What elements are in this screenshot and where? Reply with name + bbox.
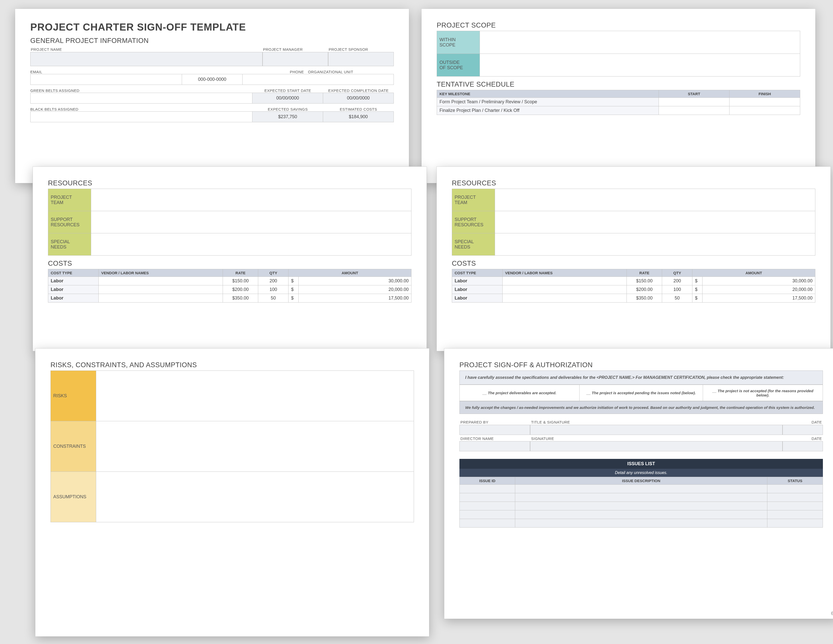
field-green-belts[interactable] [31,93,252,103]
field-special-needs[interactable] [91,233,412,256]
label-exp-savings: EXPECTED SAVINGS [252,107,323,111]
label-prepared-by: PREPARED BY [460,419,530,425]
field-within-scope[interactable] [480,31,800,54]
section-schedule-heading: TENTATIVE SCHEDULE [437,80,800,89]
field-phone[interactable]: 000-000-0000 [182,74,243,85]
field-project-team[interactable] [91,189,412,211]
label-special-needs: SPECIAL NEEDS [48,233,91,256]
page-1-charter: PROJECT CHARTER SIGN-OFF TEMPLATE GENERA… [15,9,409,183]
label-project-manager: PROJECT MANAGER [262,46,328,52]
label-project-team: PROJECT TEAM [452,189,495,211]
table-costs: COST TYPE VENDOR / LABOR NAMES RATE QTY … [452,269,815,303]
col-schedule-start: START [659,90,730,98]
label-support-resources: SUPPORT RESOURCES [452,211,495,233]
field-exp-start[interactable]: 00/00/0000 [252,93,323,103]
field-prepared-by[interactable] [460,425,530,435]
col-cost-qty: QTY [258,269,288,277]
field-project-manager[interactable] [262,52,328,66]
label-project-name: PROJECT NAME [30,46,262,52]
field-est-costs[interactable]: $184,900 [323,112,394,122]
col-issue-desc: ISSUE DESCRIPTION [515,477,767,485]
section-resources-heading: RESOURCES [452,179,815,187]
field-signature[interactable] [530,441,783,451]
milestone-row[interactable]: Form Project Team / Preliminary Review /… [437,98,659,106]
label-project-team: PROJECT TEAM [48,189,91,211]
table-costs: COST TYPE VENDOR / LABOR NAMES RATE QTY … [48,269,412,303]
label-email: EMAIL [30,70,182,74]
section-general-heading: GENERAL PROJECT INFORMATION [30,37,394,45]
table-resources: PROJECT TEAM SUPPORT RESOURCES SPECIAL N… [452,188,815,256]
table-green-belts: 00/00/0000 00/00/0000 [30,93,394,103]
table-black-belts: $237,750 $184,900 [30,111,394,122]
field-risks[interactable] [96,371,414,421]
table-issues: ISSUE ID ISSUE DESCRIPTION STATUS [460,477,823,528]
milestone-row[interactable]: Finalize Project Plan / Charter / Kick O… [437,106,659,115]
field-director[interactable] [460,441,530,451]
issues-list-title: ISSUES LIST [460,459,823,469]
label-black-belts: BLACK BELTS ASSIGNED [30,107,252,111]
cost-row: Labor $150.00 200 $ 30,000.00 [48,277,412,285]
field-title-sig[interactable] [530,425,783,435]
label-within-scope: WITHIN SCOPE [437,31,480,54]
field-constraints[interactable] [96,421,414,472]
field-black-belts[interactable] [31,112,252,122]
label-special-needs: SPECIAL NEEDS [452,233,495,256]
label-date-2: DATE [783,435,823,441]
cost-row: Labor $200.00 100 $ 20,000.00 [48,285,412,294]
col-issue-id: ISSUE ID [460,477,515,485]
field-project-name[interactable] [30,52,262,66]
page-6-signoff: PROJECT SIGN-OFF & AUTHORIZATION I have … [444,349,833,619]
section-scope-heading: PROJECT SCOPE [437,21,800,29]
signoff-option-rejected[interactable]: __ The project is not accepted (for the … [703,385,823,401]
page-5-risks: RISKS, CONSTRAINTS, AND ASSUMPTIONS RISK… [35,349,429,636]
table-scope: WITHIN SCOPE OUTSIDE OF SCOPE [437,31,800,77]
table-schedule: KEY MILESTONE START FINISH Form Project … [437,90,800,115]
label-est-costs: ESTIMATED COSTS [323,107,394,111]
section-costs-heading: COSTS [48,259,412,267]
label-outside-scope: OUTSIDE OF SCOPE [437,54,480,77]
field-assumptions[interactable] [96,472,414,522]
field-project-sponsor[interactable] [328,52,394,66]
signoff-option-pending[interactable]: __ The project is accepted pending the i… [579,385,703,401]
field-exp-savings[interactable]: $237,750 [252,112,323,122]
label-exp-start: EXPECTED START DATE [252,89,323,93]
table-rca: RISKS CONSTRAINTS ASSUMPTIONS [50,370,414,522]
field-date-2[interactable] [783,441,823,451]
page-3-resources-costs: RESOURCES PROJECT TEAM SUPPORT RESOURCES… [33,167,426,351]
field-email[interactable] [31,74,182,85]
signoff-option-accepted[interactable]: __ The project deliverables are accepted… [460,385,580,401]
col-cost-rate: RATE [223,269,258,277]
label-green-belts: GREEN BELTS ASSIGNED [30,89,252,93]
page-number: 6 [831,611,833,616]
label-org-unit: ORGANIZATIONAL UNIT [308,70,394,74]
table-contact: 000-000-0000 [30,74,394,85]
field-date-1[interactable] [783,425,823,435]
label-project-sponsor: PROJECT SPONSOR [328,46,394,52]
field-org-unit[interactable] [243,74,394,85]
section-resources-heading: RESOURCES [48,179,412,187]
table-resources: PROJECT TEAM SUPPORT RESOURCES SPECIAL N… [48,188,412,256]
label-title-sig: TITLE & SIGNATURE [530,419,783,425]
label-constraints: CONSTRAINTS [51,421,96,472]
signoff-intro-text: I have carefully assessed the specificat… [460,370,823,385]
cost-row: Labor $350.00 50 $ 17,500.00 [48,294,412,303]
page-2-scope-schedule: PROJECT SCOPE WITHIN SCOPE OUTSIDE OF SC… [421,9,815,183]
field-exp-complete[interactable]: 00/00/0000 [323,93,394,103]
section-costs-heading: COSTS [452,259,815,267]
col-schedule-finish: FINISH [730,90,800,98]
col-cost-amount: AMOUNT [288,269,412,277]
label-exp-complete: EXPECTED COMPLETION DATE [323,89,394,93]
col-milestone: KEY MILESTONE [437,90,659,98]
label-signature: SIGNATURE [530,435,783,441]
field-support-resources[interactable] [91,211,412,233]
page-4-resources-costs: RESOURCES PROJECT TEAM SUPPORT RESOURCES… [437,167,830,351]
section-signoff-heading: PROJECT SIGN-OFF & AUTHORIZATION [460,361,823,369]
signoff-note: We fully accept the changes / as-needed … [460,401,823,414]
doc-title: PROJECT CHARTER SIGN-OFF TEMPLATE [30,21,394,33]
table-signoff-options: __ The project deliverables are accepted… [460,385,823,401]
col-cost-type: COST TYPE [48,269,99,277]
col-issue-status: STATUS [767,477,823,485]
field-outside-scope[interactable] [480,54,800,77]
label-phone: PHONE [182,70,308,74]
col-cost-vendor: VENDOR / LABOR NAMES [99,269,223,277]
